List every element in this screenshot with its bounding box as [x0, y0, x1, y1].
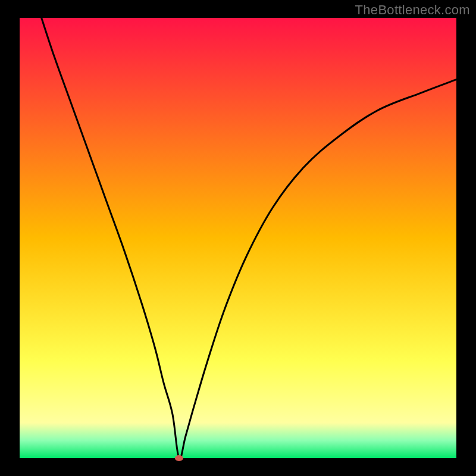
watermark-text: TheBottleneck.com: [355, 2, 470, 18]
chart-svg: [0, 0, 476, 476]
plot-area: [20, 18, 456, 458]
marker-dot: [175, 455, 183, 461]
chart-container: TheBottleneck.com: [0, 0, 476, 476]
